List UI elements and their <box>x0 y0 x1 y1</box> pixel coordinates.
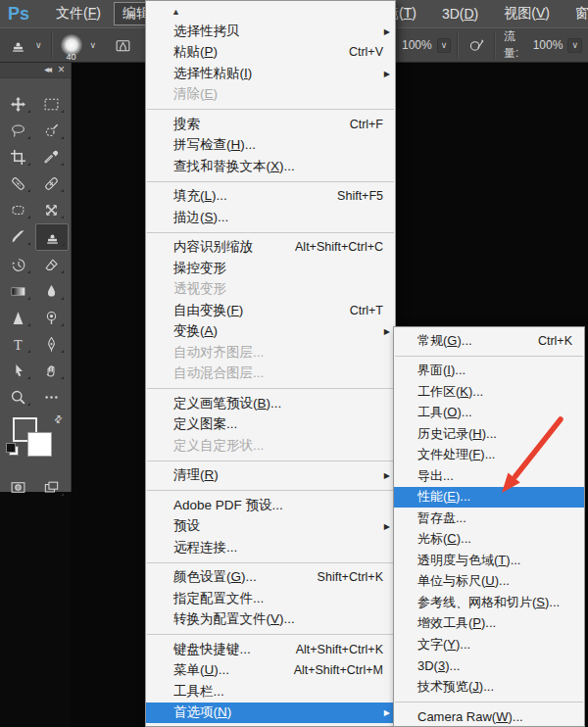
airbrush-toggle[interactable] <box>459 28 494 62</box>
submenu-item[interactable]: 参考线、网格和切片(S)... <box>394 592 584 613</box>
spot-healing-brush-icon <box>10 175 26 192</box>
close-panel-icon[interactable]: × <box>58 63 63 76</box>
path-selection-icon <box>10 363 26 379</box>
submenu-item[interactable]: 文件处理(F)... <box>394 445 584 466</box>
submenu-item[interactable]: 历史记录(H)... <box>394 423 584 445</box>
menu-item[interactable]: 拼写检查(H)... <box>146 135 395 157</box>
menubar-item-window[interactable]: 窗口(W) <box>566 2 588 25</box>
spot-healing-brush-tool[interactable] <box>2 170 33 196</box>
submenu-item[interactable]: 光标(C)... <box>394 529 584 551</box>
sharpen-tool[interactable] <box>2 305 33 330</box>
blur-tool[interactable] <box>35 278 67 304</box>
rectangular-marquee-tool[interactable] <box>35 91 67 117</box>
brush-tool[interactable] <box>2 223 33 249</box>
menu-item[interactable]: 定义画笔预设(B)... <box>146 393 395 414</box>
flow-dropdown[interactable]: 100% ∨ <box>531 28 588 62</box>
menu-item[interactable]: 清理(R)▶ <box>146 465 395 487</box>
submenu-item[interactable]: 透明度与色域(T)... <box>394 550 584 571</box>
menu-item-label: 查找和替换文本(X)... <box>173 158 295 175</box>
menu-item[interactable]: 颜色设置(G)...Shift+Ctrl+K <box>146 567 395 589</box>
menubar-item-view[interactable]: 视图(V) <box>495 2 559 25</box>
menu-item-label: 清除(E) <box>173 85 218 103</box>
gradient-tool[interactable] <box>2 278 33 304</box>
menu-item[interactable]: 粘贴(P)Ctrl+V <box>146 42 395 64</box>
menu-item[interactable]: 转换为配置文件(V)... <box>146 609 395 631</box>
submenu-item[interactable]: 暂存盘... <box>394 508 584 529</box>
menu-item-label: 定义画笔预设(B)... <box>173 395 281 412</box>
menu-item[interactable]: 键盘快捷键...Alt+Shift+Ctrl+K <box>146 639 395 660</box>
eraser-tool[interactable] <box>35 252 67 277</box>
healing-brush-tool[interactable] <box>35 170 67 196</box>
content-aware-move-tool[interactable] <box>35 197 67 222</box>
menu-item-preferences[interactable]: 首选项(N)▶ <box>146 703 395 724</box>
submenu-item[interactable]: 界面(I)... <box>394 361 584 382</box>
zoom-tool[interactable] <box>2 384 33 410</box>
menu-item[interactable]: 变换(A)▶ <box>146 321 395 343</box>
submenu-item-performance[interactable]: 性能(E)... <box>394 487 584 509</box>
submenu-item[interactable]: 导出... <box>394 465 584 487</box>
menu-item[interactable]: 操控变形 <box>146 258 395 279</box>
submenu-item[interactable]: 单位与标尺(U)... <box>394 571 584 593</box>
path-selection-tool[interactable] <box>2 358 33 383</box>
menu-item[interactable]: 搜索Ctrl+F <box>146 114 395 135</box>
menu-item-label: 清理(R) <box>173 466 219 484</box>
menu-separator <box>147 490 394 491</box>
submenu-item[interactable]: 常规(G)...Ctrl+K <box>394 330 584 352</box>
submenu-item[interactable]: Camera Raw(W)... <box>394 706 584 727</box>
quick-mask-button[interactable] <box>2 474 33 500</box>
menu-item[interactable]: 内容识别缩放Alt+Shift+Ctrl+C <box>146 237 395 259</box>
pen-tool[interactable] <box>35 331 67 357</box>
menu-item[interactable]: 远程连接... <box>146 537 395 558</box>
dodge-tool[interactable] <box>35 305 67 330</box>
menu-item[interactable]: 选择性粘贴(I)▶ <box>146 63 395 84</box>
brush-panel-toggle[interactable] <box>105 28 140 62</box>
submenu-item[interactable]: 工作区(K)... <box>394 381 584 403</box>
submenu-item[interactable]: 技术预览(J)... <box>394 676 584 698</box>
edit-toolbar-button[interactable] <box>35 384 67 410</box>
type-tool[interactable]: T <box>2 331 33 357</box>
tool-preset-picker[interactable]: ∨ <box>0 28 51 62</box>
clone-stamp-tool[interactable] <box>35 223 69 251</box>
menu-scroll-up-icon[interactable]: ▲ <box>146 3 395 21</box>
menu-item[interactable]: 描边(S)... <box>146 207 395 228</box>
menu-item-label: 文件处理(F)... <box>417 446 495 463</box>
lasso-tool[interactable] <box>2 118 33 143</box>
menu-item-shortcut: Ctrl+F <box>332 118 383 131</box>
brush-preset-picker[interactable]: 40 ∨ <box>53 28 106 62</box>
menu-item-shortcut: Shift+Ctrl+K <box>300 570 383 584</box>
menu-item-label: 暂存盘... <box>417 509 466 527</box>
submenu-item[interactable]: 文字(Y)... <box>394 634 584 655</box>
hand-tool[interactable] <box>35 358 67 383</box>
menu-item[interactable]: 指定配置文件... <box>146 588 395 609</box>
crop-tool[interactable] <box>2 144 33 170</box>
menu-item[interactable]: 定义图案... <box>146 414 395 436</box>
menubar-item-3d[interactable]: 3D(D) <box>433 3 487 24</box>
screen-mode-button[interactable] <box>35 474 67 500</box>
menubar-item-file[interactable]: 文件(F) <box>47 2 110 25</box>
menu-item[interactable]: 选择性拷贝▶ <box>146 21 395 42</box>
submenu-item[interactable]: 工具(O)... <box>394 403 584 424</box>
default-colors-icon[interactable] <box>6 443 19 456</box>
swap-colors-icon[interactable]: ⇄ <box>51 412 65 426</box>
menu-item-label: 透视变形 <box>173 280 226 298</box>
menu-item-label: 工具(O)... <box>417 404 472 421</box>
opacity-dropdown[interactable]: 100% ∨ <box>394 28 457 62</box>
background-color-swatch[interactable] <box>27 432 52 457</box>
menu-item[interactable]: 填充(L)...Shift+F5 <box>146 186 395 208</box>
move-tool[interactable] <box>2 91 33 117</box>
menu-item[interactable]: 工具栏... <box>146 681 395 703</box>
menu-item[interactable]: Adobe PDF 预设... <box>146 495 395 516</box>
history-brush-tool[interactable] <box>2 252 33 277</box>
submenu-item[interactable]: 增效工具(P)... <box>394 613 584 635</box>
collapse-panel-icon[interactable]: ◂◂ <box>44 64 50 74</box>
menu-item[interactable]: 预设▶ <box>146 516 395 538</box>
menu-item[interactable]: 菜单(U)...Alt+Shift+Ctrl+M <box>146 660 395 682</box>
menu-item[interactable]: 自由变换(F)Ctrl+T <box>146 300 395 321</box>
eraser-icon <box>43 257 60 273</box>
menu-item[interactable]: 查找和替换文本(X)... <box>146 156 395 177</box>
patch-tool[interactable] <box>2 197 33 222</box>
eyedropper-tool[interactable] <box>35 144 67 170</box>
quick-selection-tool[interactable] <box>35 118 67 143</box>
menu-item-label: Camera Raw(W)... <box>417 709 523 724</box>
submenu-item[interactable]: 3D(3)... <box>394 655 584 677</box>
